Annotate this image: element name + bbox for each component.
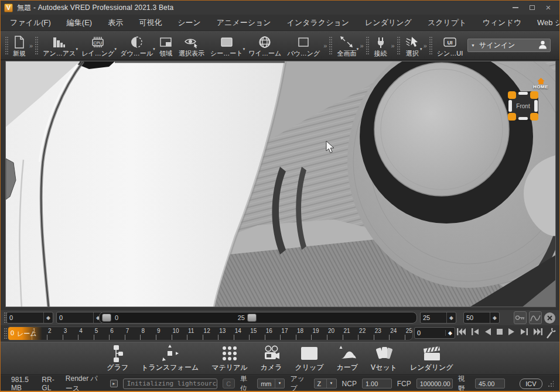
raytracing-cpu-button[interactable]: CPU レイ…ング ▼	[79, 33, 117, 57]
fullscreen-button[interactable]: 全画面 ▼	[334, 33, 358, 57]
toolbar-overflow-icon[interactable]: »	[323, 42, 327, 49]
module-transform[interactable]: トランスフォーム	[141, 345, 199, 373]
toolbar-drag-handle[interactable]	[429, 37, 432, 54]
toolbar-drag-handle[interactable]	[329, 37, 332, 54]
range-max-spinner[interactable]: 25◆	[420, 312, 456, 324]
toolbar-overflow-icon[interactable]: »	[391, 42, 395, 49]
play-button[interactable]	[508, 328, 515, 335]
toolbar-drag-handle[interactable]	[35, 37, 38, 54]
anim-end-spinner[interactable]: 50◆	[463, 312, 500, 324]
clear-button[interactable]: C	[223, 379, 235, 388]
toolbar-drag-handle[interactable]	[366, 37, 369, 54]
toolbar-overflow-icon[interactable]: »	[424, 42, 427, 49]
viewport-icon	[220, 35, 234, 50]
range-end-handle[interactable]	[247, 314, 257, 322]
dropdown-arrow-icon[interactable]: ▼	[243, 47, 246, 51]
menu-animation[interactable]: アニメーション	[217, 18, 271, 28]
menu-file[interactable]: ファイル(F)	[10, 18, 51, 28]
menu-interaction[interactable]: インタラクション	[287, 18, 349, 28]
step-back-button[interactable]	[472, 328, 479, 335]
render-viewport[interactable]: HOME Front	[5, 61, 556, 307]
anim-current-spinner[interactable]: 0◆	[56, 312, 103, 324]
status-message-field[interactable]: Initializing lightsourc…	[123, 379, 217, 389]
ncp-field[interactable]: 1.00	[362, 379, 392, 388]
module-clip[interactable]: クリップ	[295, 345, 323, 373]
sign-in-button[interactable]: ▼ サインイン	[467, 39, 551, 52]
downscale-button[interactable]: ダウ…ール ▼	[118, 33, 155, 57]
menu-script[interactable]: スクリプト	[428, 18, 467, 28]
unit-dropdown[interactable]: mm▼	[257, 379, 285, 388]
up-axis-dropdown[interactable]: Z▼	[314, 379, 337, 388]
module-camera[interactable]: カメラ	[261, 345, 282, 373]
viewcube-cube[interactable]: Front	[506, 91, 540, 121]
curve-editor-button[interactable]	[529, 311, 542, 324]
menu-window[interactable]: ウィンドウ	[482, 18, 521, 28]
dropdown-arrow-icon[interactable]: ▼	[75, 47, 78, 51]
step-forward-button[interactable]	[520, 328, 528, 335]
viewcube[interactable]: HOME Front	[503, 78, 552, 123]
module-scenegraph[interactable]: グラフ	[107, 345, 128, 373]
fcp-field[interactable]: 100000.00	[416, 379, 453, 388]
console-toggle-icon[interactable]: ▸	[110, 380, 118, 387]
toolbar-drag-handle[interactable]	[5, 37, 8, 54]
dropdown-arrow-icon[interactable]: ▼	[114, 47, 117, 51]
bounding-box-button[interactable]: バウ…ング	[285, 33, 322, 57]
select-button[interactable]: 選択 ▼	[402, 33, 422, 57]
material-icon	[221, 345, 238, 362]
timeline-ruler[interactable]: 1234567891011121314151617181920212223242…	[8, 326, 413, 341]
menu-scene[interactable]: シーン	[177, 18, 201, 28]
clapperboard-icon	[422, 345, 441, 362]
icv-button[interactable]: ICV	[520, 379, 542, 389]
keyframe-diamond-icon[interactable]: ◆	[490, 312, 497, 323]
vred-window: V 無題 - Autodesk VRED Professional 2021.3…	[0, 0, 560, 392]
wireframe-button[interactable]: ワイ…ーム	[246, 33, 284, 57]
simple-ui-button[interactable]: UI シン…UI	[435, 33, 466, 57]
menu-visualization[interactable]: 可視化	[139, 18, 162, 28]
menu-webshop[interactable]: Web ショップ	[537, 18, 560, 28]
minimize-button[interactable]	[511, 4, 520, 12]
close-button[interactable]: ×	[544, 4, 552, 12]
menu-rendering[interactable]: レンダリング	[365, 18, 412, 28]
toolbar-drag-handle[interactable]	[397, 37, 400, 54]
timeline-drag-handle[interactable]	[4, 328, 7, 339]
toolbar-overflow-icon[interactable]: »	[29, 42, 33, 49]
viewport-button[interactable]: シー…ート ▼	[208, 33, 245, 57]
keyframe-diamond-icon[interactable]: ◆	[43, 312, 50, 323]
close-timeline-button[interactable]	[544, 312, 555, 324]
connect-button[interactable]: 接続	[371, 33, 390, 57]
render-region-button[interactable]: 領域	[156, 33, 175, 57]
set-key-button[interactable]	[514, 311, 527, 324]
resize-grip[interactable]	[548, 380, 554, 387]
plug-icon	[374, 35, 388, 50]
maximize-button[interactable]	[528, 4, 536, 12]
menu-edit[interactable]: 編集(E)	[67, 18, 92, 28]
go-to-end-button[interactable]	[533, 328, 542, 335]
anim-start-spinner[interactable]: 0◆	[6, 312, 53, 324]
module-rendering[interactable]: レンダリング	[410, 345, 453, 373]
menu-view[interactable]: 表示	[108, 18, 123, 28]
keyframe-diamond-icon[interactable]: ◆	[446, 312, 453, 323]
new-file-button[interactable]: 新規	[11, 33, 28, 57]
module-vset[interactable]: Vセット	[371, 345, 397, 373]
range-start-handle[interactable]	[102, 314, 111, 322]
go-to-start-button[interactable]	[457, 328, 466, 335]
select-cursor-icon	[405, 35, 420, 50]
isolate-selection-button[interactable]: 選択表示	[176, 33, 207, 57]
play-backward-button[interactable]	[484, 328, 491, 335]
module-curve[interactable]: カーブ	[337, 345, 358, 373]
dropdown-arrow-icon[interactable]: ▼	[152, 47, 156, 51]
dropdown-arrow-icon[interactable]: ▼	[356, 47, 359, 51]
current-frame-field[interactable]: 0◆	[414, 327, 455, 339]
playback-range-slider[interactable]: 0 25	[99, 312, 417, 324]
dropdown-arrow-icon[interactable]: ▼	[419, 47, 423, 51]
module-material[interactable]: マテリアル	[211, 345, 247, 373]
keyframe-diamond-icon[interactable]: ◆	[445, 330, 452, 336]
antialiasing-button[interactable]: アン…アス ▼	[40, 33, 78, 57]
title-bar[interactable]: V 無題 - Autodesk VRED Professional 2021.3…	[1, 1, 559, 15]
user-icon[interactable]	[538, 40, 547, 51]
stop-button[interactable]	[497, 328, 503, 335]
toolbar-overflow-icon[interactable]: »	[360, 42, 363, 49]
viewcube-home-button[interactable]: HOME	[533, 78, 548, 90]
timeline-playhead[interactable]: 0 レーム	[8, 327, 42, 340]
fov-field[interactable]: 45.00	[475, 379, 505, 388]
